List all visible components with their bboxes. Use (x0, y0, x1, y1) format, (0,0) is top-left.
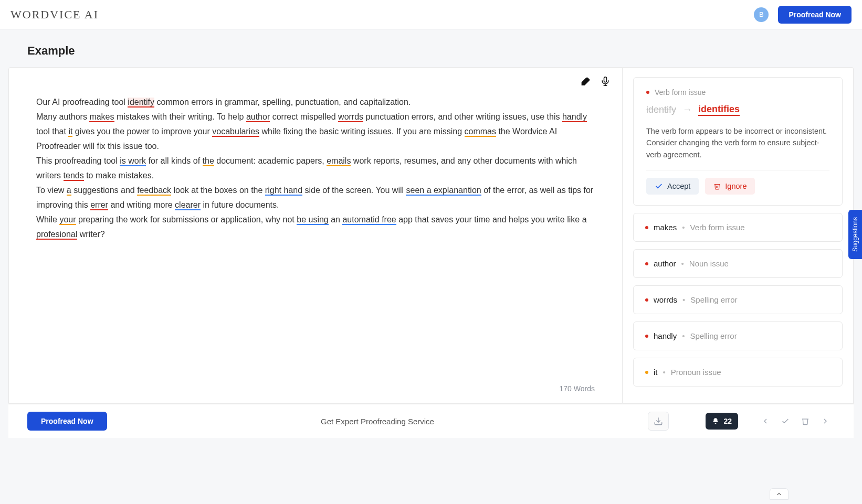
text-segment: in future documents. (201, 200, 279, 209)
prev-suggestion-button[interactable] (761, 417, 770, 425)
suggestion-actions: Accept Ignore (646, 178, 829, 195)
dot-severity-icon (645, 371, 648, 374)
suggestion-word: it (654, 368, 658, 377)
header-proofread-button[interactable]: Proofread Now (778, 6, 852, 24)
text-segment: to make mistakes. (84, 171, 154, 180)
eraser-icon[interactable] (579, 75, 592, 88)
suggestion-type: Verb form issue (690, 223, 744, 232)
flagged-word[interactable]: errer (90, 200, 108, 210)
text-segment: look at the boxes on the (171, 186, 265, 195)
footer-proofread-button[interactable]: Proofread Now (27, 412, 107, 431)
flagged-word[interactable]: vocabularies (212, 127, 259, 137)
dot-severity-icon (645, 298, 648, 302)
flagged-word[interactable]: your (59, 215, 76, 225)
flagged-word[interactable]: profesional (36, 230, 77, 240)
suggestion-word: makes (654, 223, 677, 232)
text-segment: While (36, 215, 59, 224)
page-title: Example (27, 44, 835, 58)
check-icon (655, 182, 663, 190)
svg-rect-0 (604, 77, 607, 82)
avatar[interactable]: B (754, 7, 769, 22)
arrow-right-icon: → (682, 104, 692, 115)
suggestion-word: worrds (654, 295, 677, 304)
accept-all-button[interactable] (781, 417, 790, 425)
editor-content[interactable]: Our AI proofreading tool identify common… (9, 88, 622, 379)
flagged-word[interactable]: feedback (137, 186, 171, 196)
notification-badge[interactable]: 22 (706, 413, 738, 430)
text-segment: suggestions and (71, 186, 137, 195)
suggestions-footer: 22 (700, 413, 835, 430)
flagged-word[interactable]: clearer (175, 200, 201, 210)
replacement-word: identifies (698, 104, 740, 116)
text-segment: mistakes with their writing. To help (114, 112, 246, 121)
text-segment: This proofreading tool (36, 156, 120, 165)
text-segment: side of the screen. You will (302, 186, 406, 195)
text-segment: for all kinds of (146, 156, 203, 165)
text-segment: writer? (77, 230, 104, 239)
separator: • (682, 331, 685, 340)
text-segment: gives you the power to improve your (72, 127, 212, 136)
microphone-icon[interactable] (599, 75, 612, 88)
flagged-word[interactable]: emails (327, 156, 351, 166)
suggestion-card-collapsed[interactable]: it•Pronoun issue (633, 358, 843, 387)
original-word: identify (646, 104, 676, 115)
flagged-word[interactable]: makes (89, 112, 114, 122)
suggestion-type: Spelling error (690, 295, 737, 304)
flagged-word[interactable]: a (67, 186, 71, 196)
suggestion-card-expanded[interactable]: Verb form issue identify → identifies Th… (633, 77, 843, 206)
page-title-area: Example (0, 29, 862, 67)
bell-icon (712, 417, 719, 425)
suggestions-panel: Verb form issue identify → identifies Th… (623, 67, 854, 404)
flagged-word[interactable]: commas (465, 127, 496, 137)
ignore-button[interactable]: Ignore (705, 178, 755, 195)
chevron-left-icon (761, 417, 770, 425)
suggestion-word: author (654, 259, 676, 268)
text-segment: an (329, 215, 343, 224)
text-segment: Our AI proofreading tool (36, 98, 128, 106)
text-segment: tool that (36, 127, 68, 136)
suggestions-side-tab[interactable]: Suggestions (848, 210, 862, 259)
flagged-word[interactable]: automatid free (342, 215, 396, 225)
suggestion-card-collapsed[interactable]: handly•Spelling error (633, 321, 843, 350)
text-segment: To view (36, 186, 67, 195)
flagged-word[interactable]: tends (64, 171, 84, 181)
flagged-word[interactable]: the (203, 156, 214, 166)
suggestion-card-collapsed[interactable]: author•Noun issue (633, 249, 843, 278)
text-segment: while fixing the basic writing issues. I… (259, 127, 464, 136)
trash-icon (713, 183, 721, 190)
dot-severity-icon (645, 226, 648, 229)
next-suggestion-button[interactable] (821, 417, 829, 425)
chevron-right-icon (821, 417, 829, 425)
logo[interactable]: WORDVICE AI (10, 8, 99, 22)
suggestion-type: Noun issue (689, 259, 729, 268)
flagged-word[interactable]: handly (562, 112, 587, 122)
text-segment: app that saves your time and helps you w… (396, 215, 587, 224)
accept-label: Accept (667, 182, 690, 190)
dot-severity-icon (645, 262, 648, 265)
flagged-word[interactable]: worrds (338, 112, 363, 122)
suggestion-change: identify → identifies (646, 104, 829, 116)
expert-service-link[interactable]: Get Expert Proofreading Service (107, 417, 648, 426)
flagged-word[interactable]: is work (120, 156, 146, 166)
flagged-word[interactable]: right hand (265, 186, 302, 196)
footer-bar: Proofread Now Get Expert Proofreading Se… (8, 404, 854, 438)
suggestion-card-collapsed[interactable]: makes•Verb form issue (633, 213, 843, 242)
suggestion-type: Spelling error (690, 331, 737, 340)
flagged-word[interactable]: identify (128, 98, 154, 108)
text-segment: correct mispelled (270, 112, 338, 121)
flagged-word[interactable]: be using (297, 215, 329, 225)
flagged-word[interactable]: author (246, 112, 270, 122)
notification-count: 22 (723, 417, 732, 425)
text-segment: Many authors (36, 112, 89, 121)
divider (646, 170, 829, 170)
suggestion-card-collapsed[interactable]: worrds•Spelling error (633, 285, 843, 314)
dot-severity-icon (646, 91, 649, 94)
flagged-word[interactable]: seen a explanantion (406, 186, 481, 196)
accept-button[interactable]: Accept (646, 178, 699, 195)
download-button[interactable] (648, 412, 669, 431)
separator: • (682, 223, 685, 232)
text-segment: document: academic papers, (214, 156, 327, 165)
delete-all-button[interactable] (801, 417, 810, 425)
text-segment: preparing the work for submissions or ap… (76, 215, 297, 224)
suggestion-description: The verb form appears to be incorrect or… (646, 125, 829, 160)
